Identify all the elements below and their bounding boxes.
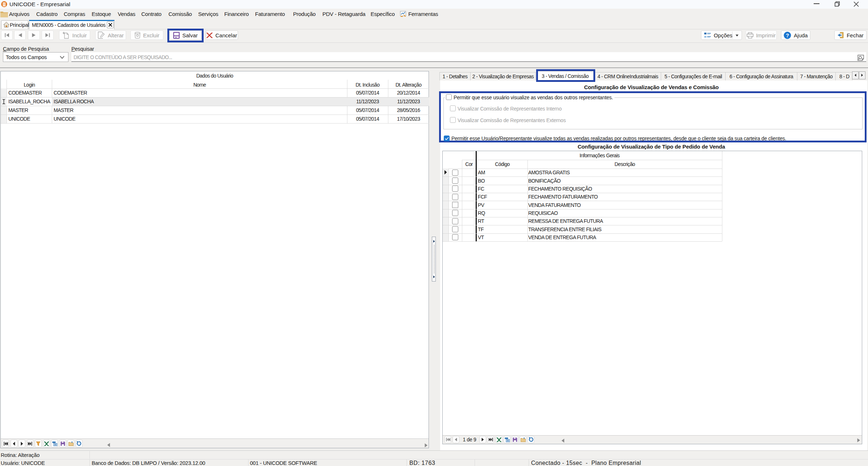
svg-text:?: ? bbox=[786, 32, 789, 38]
